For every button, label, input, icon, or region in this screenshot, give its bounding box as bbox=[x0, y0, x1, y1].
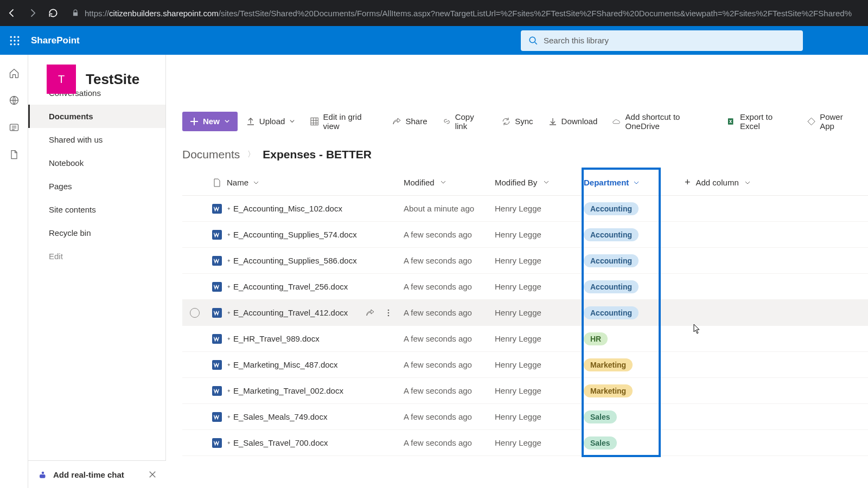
department-pill[interactable]: Accounting bbox=[584, 254, 639, 267]
export-excel-button[interactable]: Export to Excel bbox=[721, 112, 799, 131]
new-button[interactable]: New bbox=[182, 112, 238, 131]
nav-item-pages[interactable]: Pages bbox=[28, 175, 165, 198]
department-cell: HR bbox=[584, 332, 660, 345]
department-pill[interactable]: Accounting bbox=[584, 280, 639, 293]
lock-icon bbox=[72, 9, 79, 17]
close-icon[interactable] bbox=[149, 471, 156, 478]
table-row[interactable]: ✦E_Accounting_Travel_256.docxA few secon… bbox=[182, 274, 868, 300]
forward-icon[interactable] bbox=[27, 8, 38, 18]
modified-by-cell[interactable]: Henry Legge bbox=[495, 256, 584, 265]
department-pill[interactable]: HR bbox=[584, 332, 608, 345]
column-modified[interactable]: Modified bbox=[404, 178, 495, 187]
chevron-down-icon bbox=[289, 118, 295, 124]
department-pill[interactable]: Sales bbox=[584, 410, 617, 423]
file-name[interactable]: ✦E_Sales_Travel_700.docx bbox=[227, 438, 404, 447]
nav-item-recycle-bin[interactable]: Recycle bin bbox=[28, 221, 165, 245]
file-name[interactable]: ✦E_Marketing_Misc_487.docx bbox=[227, 360, 404, 369]
modified-by-cell[interactable]: Henry Legge bbox=[495, 282, 584, 291]
powerapps-icon bbox=[807, 117, 815, 126]
app-launcher-button[interactable] bbox=[0, 36, 29, 46]
globe-icon[interactable] bbox=[9, 95, 20, 106]
department-pill[interactable]: Sales bbox=[584, 436, 617, 450]
chevron-down-icon bbox=[440, 179, 446, 185]
modified-by-cell[interactable]: Henry Legge bbox=[495, 386, 584, 395]
share-button[interactable]: Share bbox=[386, 112, 433, 131]
share-icon[interactable] bbox=[366, 309, 374, 317]
select-circle[interactable] bbox=[190, 308, 200, 318]
file-name[interactable]: ✦E_Sales_Meals_749.docx bbox=[227, 412, 404, 421]
modified-by-cell[interactable]: Henry Legge bbox=[495, 360, 584, 369]
reload-icon[interactable] bbox=[48, 8, 59, 18]
file-name[interactable]: ✦E_Accounting_Supplies_574.docx bbox=[227, 230, 404, 239]
file-name[interactable]: ✦E_Accounting_Misc_102.docx bbox=[227, 204, 404, 213]
download-button[interactable]: Download bbox=[542, 112, 604, 131]
svg-point-1 bbox=[14, 36, 15, 37]
search-box[interactable] bbox=[521, 30, 803, 51]
suite-brand[interactable]: SharePoint bbox=[29, 35, 80, 46]
edit-grid-button[interactable]: Edit in grid view bbox=[304, 112, 384, 131]
nav-item-site-contents[interactable]: Site contents bbox=[28, 198, 165, 221]
word-doc-icon bbox=[212, 282, 222, 292]
nav-item-edit[interactable]: Edit bbox=[28, 245, 165, 268]
department-cell: Accounting bbox=[584, 306, 660, 319]
table-row[interactable]: ✦E_Marketing_Misc_487.docxA few seconds … bbox=[182, 352, 868, 378]
chat-promo-label[interactable]: Add real-time chat bbox=[53, 470, 124, 479]
file-name[interactable]: ✦E_Accounting_Travel_256.docx bbox=[227, 282, 404, 291]
svg-point-21 bbox=[388, 309, 390, 311]
department-cell: Accounting bbox=[584, 254, 660, 267]
upload-button[interactable]: Upload bbox=[240, 112, 302, 131]
modified-by-cell[interactable]: Henry Legge bbox=[495, 308, 584, 317]
column-modified-by[interactable]: Modified By bbox=[495, 178, 584, 187]
back-icon[interactable] bbox=[7, 8, 17, 18]
nav-item-shared-with-us[interactable]: Shared with us bbox=[28, 128, 165, 151]
add-shortcut-button[interactable]: Add shortcut to OneDrive bbox=[606, 112, 719, 131]
modified-by-cell[interactable]: Henry Legge bbox=[495, 204, 584, 213]
department-pill[interactable]: Marketing bbox=[584, 358, 633, 371]
add-column-button[interactable]: +Add column bbox=[660, 177, 757, 188]
department-pill[interactable]: Accounting bbox=[584, 228, 639, 241]
address-bar[interactable]: https://citizenbuilders.sharepoint.com/s… bbox=[67, 0, 861, 26]
modified-by-cell[interactable]: Henry Legge bbox=[495, 230, 584, 239]
command-bar: New Upload Edit in grid view Share Copy … bbox=[166, 108, 868, 135]
modified-cell: A few seconds ago bbox=[404, 308, 495, 317]
news-icon[interactable] bbox=[9, 122, 20, 133]
file-name[interactable]: ✦E_Accounting_Travel_412.docx bbox=[227, 308, 404, 317]
modified-cell: A few seconds ago bbox=[404, 412, 495, 421]
table-row[interactable]: ✦E_Accounting_Misc_102.docxAbout a minut… bbox=[182, 196, 868, 222]
search-input[interactable] bbox=[544, 36, 795, 45]
copy-link-button[interactable]: Copy link bbox=[436, 112, 494, 131]
more-icon[interactable] bbox=[384, 309, 393, 317]
table-row[interactable]: ✦E_Accounting_Travel_412.docxA few secon… bbox=[182, 300, 868, 326]
table-row[interactable]: ✦E_Accounting_Supplies_586.docxA few sec… bbox=[182, 248, 868, 274]
modified-by-cell[interactable]: Henry Legge bbox=[495, 334, 584, 343]
table-row[interactable]: ✦E_Sales_Meals_749.docxA few seconds ago… bbox=[182, 404, 868, 430]
power-apps-button[interactable]: Power App bbox=[801, 112, 864, 131]
breadcrumb: Documents 〉 Expenses - BETTER bbox=[166, 135, 868, 170]
column-department[interactable]: Department bbox=[584, 178, 660, 187]
download-icon bbox=[548, 117, 557, 126]
table-row[interactable]: ✦E_HR_Travel_989.docxA few seconds agoHe… bbox=[182, 326, 868, 352]
department-cell: Marketing bbox=[584, 358, 660, 371]
sync-button[interactable]: Sync bbox=[495, 112, 539, 131]
table-row[interactable]: ✦E_Accounting_Supplies_574.docxA few sec… bbox=[182, 222, 868, 248]
file-name[interactable]: ✦E_Marketing_Travel_002.docx bbox=[227, 386, 404, 395]
svg-point-4 bbox=[14, 40, 15, 41]
breadcrumb-root[interactable]: Documents bbox=[182, 148, 240, 161]
department-pill[interactable]: Accounting bbox=[584, 306, 639, 319]
file-name[interactable]: ✦E_HR_Travel_989.docx bbox=[227, 334, 404, 343]
nav-item-notebook[interactable]: Notebook bbox=[28, 151, 165, 175]
column-name[interactable]: Name bbox=[227, 178, 404, 187]
modified-by-cell[interactable]: Henry Legge bbox=[495, 438, 584, 447]
department-pill[interactable]: Marketing bbox=[584, 384, 633, 397]
modified-by-cell[interactable]: Henry Legge bbox=[495, 412, 584, 421]
table-row[interactable]: ✦E_Sales_Travel_700.docxA few seconds ag… bbox=[182, 430, 868, 456]
nav-item-documents[interactable]: Documents bbox=[28, 105, 165, 128]
table-row[interactable]: ✦E_Marketing_Travel_002.docxA few second… bbox=[182, 378, 868, 404]
teams-icon bbox=[38, 470, 48, 479]
files-icon[interactable] bbox=[9, 149, 20, 160]
file-name[interactable]: ✦E_Accounting_Supplies_586.docx bbox=[227, 256, 404, 265]
url-text: https://citizenbuilders.sharepoint.com/s… bbox=[85, 9, 852, 18]
department-pill[interactable]: Accounting bbox=[584, 202, 639, 215]
sync-icon bbox=[502, 117, 510, 126]
home-icon[interactable] bbox=[9, 68, 20, 79]
